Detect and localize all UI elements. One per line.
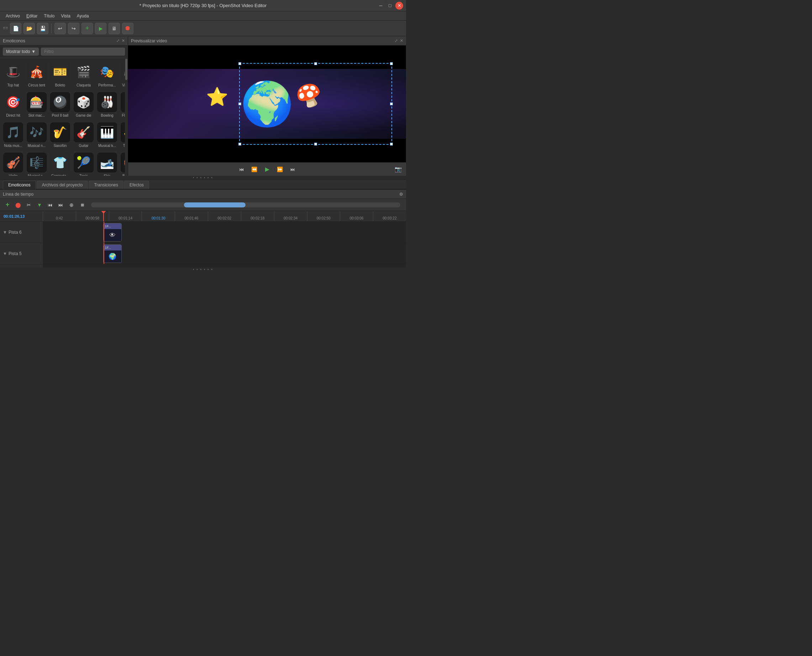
add-button[interactable]: + [82, 23, 93, 34]
emoji-item-note2[interactable]: 🎶Musical n... [25, 120, 48, 150]
emoji-item-trumpet[interactable]: 🎺Trompeta [119, 120, 125, 150]
tab-efectos[interactable]: Efectos [124, 181, 149, 189]
emoji-item-shirt[interactable]: 👕Camiseta... [48, 150, 72, 176]
emoji-item-music[interactable]: 🎼Musical s... [25, 150, 48, 176]
preview-close-icon[interactable]: ✕ [400, 39, 403, 43]
open-button[interactable]: 📂 [23, 23, 35, 34]
emoji-item-bball[interactable]: 🏀Basketball [119, 150, 125, 176]
skip-start-button[interactable]: ⏮ [237, 164, 246, 174]
close-button[interactable]: ✕ [395, 2, 403, 9]
menu-titulo[interactable]: Título [41, 12, 57, 20]
emoji-label-gamepad: Video ga... [122, 83, 125, 87]
emoji-item-ticket[interactable]: 🎫Boleto [48, 59, 72, 90]
timeline-scrollbar[interactable] [91, 203, 400, 207]
emoji-scrollbar-thumb[interactable] [125, 59, 127, 80]
tl-prev-button[interactable]: ⏮ [45, 200, 55, 210]
track-name: Pista 5 [9, 251, 22, 256]
emoji-label-guitar: Guitar [79, 144, 88, 148]
clip-pista5[interactable]: 1F... 🌍 [103, 244, 122, 263]
emoji-item-bowling[interactable]: 🎳Bowling [95, 90, 119, 120]
emoji-icon-skis: 🎿 [97, 153, 117, 173]
emoji-icon-clapper: 🎬 [74, 62, 94, 82]
tl-next-button[interactable]: ⏭ [56, 200, 65, 210]
redo-button[interactable]: ↪ [68, 23, 79, 34]
minimize-button[interactable]: ─ [377, 2, 385, 9]
ruler-mark: 00:01:14 [109, 211, 142, 221]
emoji-icon-keys: 🎹 [97, 122, 117, 142]
emoji-item-violin[interactable]: 🎻Violin [2, 150, 25, 176]
fast-forward-button[interactable]: ⏩ [275, 164, 285, 174]
timeline-settings-icon[interactable]: ⚙ [399, 192, 403, 197]
menu-vista[interactable]: Vista [58, 12, 73, 20]
preview-header: Previsualizar vídeo ⤢ ✕ [128, 36, 406, 46]
menu-editar[interactable]: Editar [23, 12, 40, 20]
filter-dropdown[interactable]: Mostrar todo ▼ [3, 48, 39, 56]
save-button[interactable]: 💾 [37, 23, 48, 34]
playhead[interactable] [103, 211, 104, 221]
emoji-icon-ticket: 🎫 [50, 62, 70, 82]
preview-canvas: 🌍 🍄 ⭐ [128, 46, 406, 162]
rewind-button[interactable]: ⏪ [249, 164, 259, 174]
drag-handle-bottom[interactable]: • • • • • • [0, 268, 406, 271]
emoji-item-tophat[interactable]: 🎩Top hat [2, 59, 25, 90]
filter-input[interactable] [41, 48, 125, 56]
record-button[interactable]: ⏺ [122, 23, 133, 34]
track-content-pista4[interactable] [43, 264, 406, 268]
timeline-scroll-thumb[interactable] [184, 203, 246, 207]
menu-ayuda[interactable]: Ayuda [74, 12, 92, 20]
emoji-item-flower[interactable]: 🎴Flower pl... [119, 90, 125, 120]
undo-button[interactable]: ↩ [54, 23, 66, 34]
emoji-item-keys[interactable]: 🎹Musical k... [95, 120, 119, 150]
play-pause-button[interactable]: ▶ [262, 164, 272, 174]
skip-end-button[interactable]: ⏭ [288, 164, 298, 174]
tab-transiciones[interactable]: Transiciones [88, 181, 124, 189]
screenshot-button[interactable]: 📷 [395, 166, 402, 173]
tl-add-button[interactable]: + [3, 200, 12, 210]
emoji-scrollbar[interactable] [125, 58, 128, 176]
track-arrow-icon[interactable]: ▼ [3, 251, 7, 256]
preview-expand-icon[interactable]: ⤢ [395, 39, 398, 43]
drag-handle[interactable]: • • • • • • [0, 176, 406, 179]
play-button[interactable]: ▶ [95, 23, 106, 34]
track-label-pista4: ▼ Pista 4 [0, 264, 43, 268]
emoji-item-guitar[interactable]: 🎸Guitar [72, 120, 95, 150]
emoji-item-pool[interactable]: 🎱Pool 8 ball [48, 90, 72, 120]
tl-zoom-out-button[interactable]: ▦ [77, 200, 87, 210]
emoji-icon-tennis: 🎾 [74, 153, 94, 173]
tl-down-button[interactable]: ▼ [35, 200, 44, 210]
emoji-item-target[interactable]: 🎯Direct hit [2, 90, 25, 120]
timeline-tracks: ▼ Pista 6 1F... 👁 ▼ Pista 5 1F... 🌍 [0, 222, 406, 268]
emoji-item-sax[interactable]: 🎷Saxofón [48, 120, 72, 150]
emoji-item-clapper[interactable]: 🎬Claqueta [72, 59, 95, 90]
new-button[interactable]: 📄 [10, 23, 21, 34]
tab-archivos[interactable]: Archivos del proyecto [37, 181, 88, 189]
track-content-pista6[interactable]: 1F... 👁 [43, 222, 406, 243]
track-pista5: ▼ Pista 5 1F... 🌍 [0, 243, 406, 264]
export-button[interactable]: 🖥 [108, 23, 120, 34]
emoji-item-circus[interactable]: 🎪Circus tent [25, 59, 48, 90]
emoji-item-skis[interactable]: 🎿Skis [95, 150, 119, 176]
window-controls: ─ □ ✕ [377, 2, 403, 9]
panel-close-icon[interactable]: ✕ [122, 39, 125, 43]
clip-pista6[interactable]: 1F... 👁 [103, 223, 122, 241]
track-arrow-icon[interactable]: ▼ [3, 230, 7, 235]
video-preview: 🌍 🍄 ⭐ [128, 46, 406, 162]
emoji-item-tennis[interactable]: 🎾Tenis [72, 150, 95, 176]
emoji-item-slot[interactable]: 🎰Slot mac... [25, 90, 48, 120]
clip-body: 👁 [104, 229, 121, 241]
tl-cut-button[interactable]: ✂ [24, 200, 33, 210]
track-content-pista5[interactable]: 1F... 🌍 [43, 243, 406, 264]
emoji-item-die[interactable]: 🎲Game die [72, 90, 95, 120]
maximize-button[interactable]: □ [386, 2, 394, 9]
tab-emoticonos[interactable]: Emoticonos [3, 181, 36, 189]
tl-center-button[interactable]: ⬤ [14, 200, 23, 210]
emoticonos-header: Emoticonos ⤢ ✕ [0, 36, 128, 46]
emoji-item-gamepad[interactable]: 🎮Video ga... [119, 59, 125, 90]
panel-expand-icon[interactable]: ⤢ [116, 39, 119, 43]
toolbar: ⠿⠿ 📄 📂 💾 ↩ ↪ + ▶ 🖥 ⏺ [0, 21, 406, 36]
emoji-icon-circus: 🎪 [27, 62, 46, 82]
menu-archivo[interactable]: Archivo [3, 12, 23, 20]
emoji-item-perform[interactable]: 🎭Performa... [95, 59, 119, 90]
tl-zoom-in-button[interactable]: ⊕ [67, 200, 76, 210]
emoji-item-note[interactable]: 🎵Nota mus... [2, 120, 25, 150]
